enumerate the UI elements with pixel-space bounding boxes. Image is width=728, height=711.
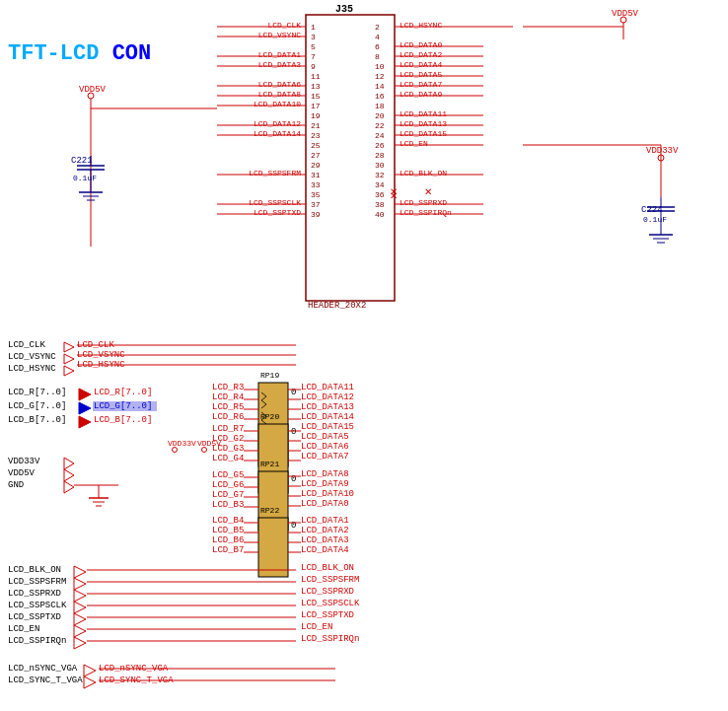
svg-text:37: 37 [311,200,321,209]
svg-text:5: 5 [311,42,316,51]
svg-text:✕: ✕ [424,187,432,198]
svg-text:LCD_BLK_ON: LCD_BLK_ON [400,169,447,178]
svg-text:LCD_SSPRXD: LCD_SSPRXD [400,198,447,207]
schematic-diagram: TFT-LCD CON J35 HEADER_20X2 1 3 5 7 9 11… [0,0,728,711]
svg-text:12: 12 [375,72,385,81]
svg-text:LCD_SSPRXD: LCD_SSPRXD [301,587,354,597]
svg-text:LCD_nSYNC_VGA: LCD_nSYNC_VGA [8,664,78,674]
svg-text:LCD_B4: LCD_B4 [212,516,244,526]
svg-text:LCD_SSPIRQn: LCD_SSPIRQn [301,634,359,644]
svg-text:LCD_G6: LCD_G6 [212,480,244,490]
svg-text:LCD_B[7..0]: LCD_B[7..0] [94,415,152,425]
svg-text:LCD_EN: LCD_EN [400,139,428,148]
svg-text:LCD_DATA11: LCD_DATA11 [301,383,354,392]
svg-text:RP19: RP19 [260,371,279,380]
svg-text:VDD33V: VDD33V [8,457,40,466]
svg-text:LCD_R[7..0]: LCD_R[7..0] [8,388,66,397]
svg-text:LCD_DATA6: LCD_DATA6 [258,80,301,89]
svg-text:24: 24 [375,131,385,140]
svg-text:LCD_SSPSFRM: LCD_SSPSFRM [249,169,301,178]
svg-text:34: 34 [375,180,385,189]
schematic-svg: J35 HEADER_20X2 1 3 5 7 9 11 13 15 17 19… [0,0,728,711]
svg-text:LCD_BLK_ON: LCD_BLK_ON [8,565,61,575]
svg-text:LCD_DATA13: LCD_DATA13 [400,119,447,128]
svg-text:LCD_DATA8: LCD_DATA8 [301,469,349,479]
svg-marker-243 [84,665,96,676]
svg-marker-137 [64,366,74,376]
svg-text:26: 26 [375,141,385,150]
svg-text:2: 2 [375,23,380,32]
svg-text:16: 16 [375,92,385,101]
svg-text:RP21: RP21 [260,460,279,468]
svg-marker-221 [74,578,86,590]
svg-text:LCD_DATA6: LCD_DATA6 [301,442,349,452]
svg-text:LCD_CLK: LCD_CLK [8,340,45,350]
svg-text:11: 11 [311,72,321,81]
svg-text:LCD_SSPIRQn: LCD_SSPIRQn [400,208,452,217]
svg-text:LCD_DATA9: LCD_DATA9 [400,90,442,99]
svg-text:LCD_DATA4: LCD_DATA4 [400,60,442,69]
svg-text:LCD_DATA1: LCD_DATA1 [301,516,349,526]
svg-text:LCD_R4: LCD_R4 [212,392,244,402]
svg-text:LCD_HSYNC: LCD_HSYNC [8,364,56,374]
svg-text:LCD_DATA3: LCD_DATA3 [301,535,349,545]
svg-marker-226 [74,637,86,649]
svg-rect-187 [258,518,288,577]
svg-marker-207 [64,481,74,493]
svg-marker-135 [64,342,74,352]
svg-text:14: 14 [375,82,385,91]
svg-text:LCD_SSPSCLK: LCD_SSPSCLK [249,198,301,207]
svg-text:LCD_HSYNC: LCD_HSYNC [400,21,442,30]
svg-text:LCD_R6: LCD_R6 [212,412,244,422]
svg-text:LCD_DATA2: LCD_DATA2 [301,526,349,535]
svg-text:LCD_SSPIRQn: LCD_SSPIRQn [8,636,66,646]
svg-text:22: 22 [375,121,385,130]
svg-marker-225 [74,625,86,637]
svg-marker-244 [84,676,96,688]
svg-text:LCD_SSPTXD: LCD_SSPTXD [8,612,61,622]
svg-text:LCD_DATA11: LCD_DATA11 [400,109,447,118]
svg-text:3: 3 [311,33,316,41]
svg-text:LCD_B[7..0]: LCD_B[7..0] [8,415,66,425]
svg-marker-224 [74,613,86,625]
svg-text:LCD_DATA5: LCD_DATA5 [400,70,442,79]
svg-text:LCD_SSPTXD: LCD_SSPTXD [254,208,301,217]
svg-text:29: 29 [311,161,321,170]
svg-text:13: 13 [311,82,321,91]
svg-text:LCD_G7: LCD_G7 [212,490,244,500]
svg-text:15: 15 [311,92,321,101]
svg-text:4: 4 [375,33,380,41]
svg-text:LCD_DATA13: LCD_DATA13 [301,402,354,412]
svg-text:40: 40 [375,210,385,219]
svg-marker-147 [79,389,91,400]
svg-text:LCD_VSYNC: LCD_VSYNC [8,352,56,362]
svg-text:19: 19 [311,111,321,120]
svg-text:LCD_DATA3: LCD_DATA3 [258,60,301,69]
svg-text:LCD_DATA7: LCD_DATA7 [400,80,442,89]
svg-marker-149 [79,416,91,428]
svg-text:LCD_DATA14: LCD_DATA14 [301,412,354,422]
svg-text:LCD_DATA10: LCD_DATA10 [254,100,301,108]
svg-text:21: 21 [311,121,321,130]
svg-text:LCD_SSPSFRM: LCD_SSPSFRM [301,575,359,585]
svg-text:LCD_EN: LCD_EN [301,622,332,632]
svg-text:LCD_DATA0: LCD_DATA0 [400,40,442,49]
svg-text:LCD_SSPTXD: LCD_SSPTXD [301,610,354,620]
svg-text:LCD_DATA14: LCD_DATA14 [254,129,301,138]
svg-text:LCD_G5: LCD_G5 [212,470,244,480]
svg-text:23: 23 [311,131,321,140]
svg-text:LCD_DATA7: LCD_DATA7 [301,452,349,462]
svg-marker-148 [79,402,91,414]
svg-text:38: 38 [375,200,385,209]
svg-text:LCD_DATA9: LCD_DATA9 [301,479,349,489]
svg-text:LCD_SSPRXD: LCD_SSPRXD [8,589,61,599]
svg-text:✕: ✕ [390,191,398,202]
svg-text:25: 25 [311,141,321,150]
svg-text:LCD_DATA0: LCD_DATA0 [301,499,349,509]
svg-text:LCD_DATA10: LCD_DATA10 [301,489,354,499]
svg-text:LCD_CLK: LCD_CLK [267,21,301,30]
svg-text:LCD_SSPSCLK: LCD_SSPSCLK [8,601,67,610]
svg-text:LCD_DATA15: LCD_DATA15 [301,422,354,432]
svg-point-201 [202,448,207,453]
svg-text:LCD_SYNC_T_VGA: LCD_SYNC_T_VGA [8,675,83,685]
